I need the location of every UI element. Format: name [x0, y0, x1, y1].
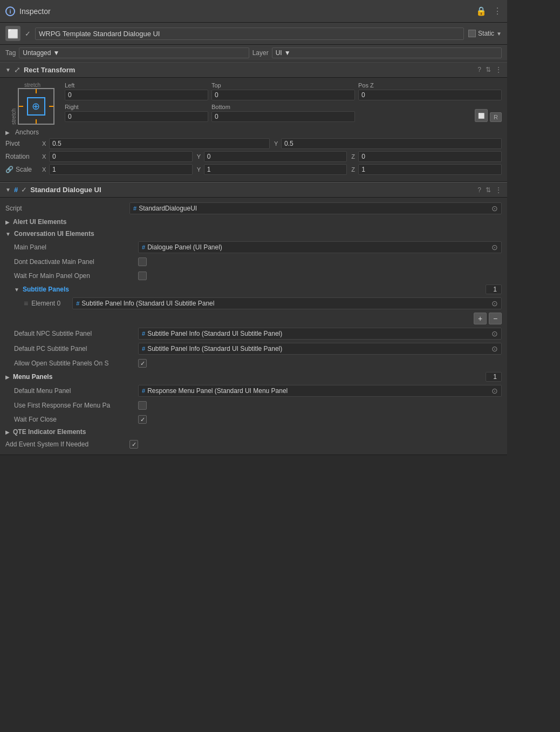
dont-deactivate-row: Dont Deactivate Main Panel — [5, 255, 502, 269]
default-menu-row: Default Menu Panel # Response Menu Panel… — [5, 383, 502, 398]
allow-open-row: Allow Open Subtitle Panels On S ✓ — [5, 356, 502, 370]
rect-transform-title: Rect Transform — [24, 66, 474, 74]
script-value: # StandardDialogueUI ⊙ — [129, 202, 502, 214]
remove-button[interactable]: − — [489, 313, 502, 324]
alert-elements-row[interactable]: ▶ Alert UI Elements — [5, 216, 502, 228]
tag-dropdown[interactable]: Untagged ▼ — [19, 48, 249, 58]
wait-for-close-value: ✓ — [138, 415, 502, 424]
inspector-header: i Inspector 🔒 ⋮ — [0, 0, 507, 23]
dialogue-active-check[interactable]: ✓ — [21, 186, 27, 194]
anchors-arrow[interactable]: ▶ — [5, 130, 10, 135]
object-name-input[interactable] — [35, 28, 464, 40]
left-input[interactable] — [65, 90, 208, 100]
rect-buttons: ⬜ R — [358, 104, 502, 122]
qte-section[interactable]: ▶ QTE Indicator Elements — [5, 426, 502, 437]
conversation-arrow[interactable]: ▼ — [5, 231, 11, 237]
default-npc-row: Default NPC Subtitle Panel # Subtitle Pa… — [5, 326, 502, 341]
dont-deactivate-checkbox[interactable] — [138, 257, 147, 266]
rotation-fields: X Y Z — [42, 151, 502, 162]
conversation-elements-row[interactable]: ▼ Conversation UI Elements — [5, 228, 502, 240]
dialogue-section-actions: ? ⇅ ⋮ — [477, 186, 502, 194]
add-button[interactable]: + — [474, 313, 487, 324]
pivot-fields: X Y — [42, 138, 502, 149]
subtitle-count: 1 — [486, 284, 502, 294]
tag-arrow: ▼ — [53, 49, 59, 57]
cube-icon: ⬜ — [5, 26, 21, 41]
posz-input[interactable] — [358, 90, 502, 100]
main-panel-field: # Dialogue Panel (UI Panel) ⊙ — [138, 241, 502, 253]
rect-more-icon[interactable]: ⋮ — [495, 66, 502, 73]
script-label: Script — [5, 205, 129, 212]
pivot-x-input[interactable] — [49, 138, 270, 149]
rect-diagram: stretch stretch ⊕ — [5, 82, 59, 125]
scale-link-icon: 🔗 — [5, 166, 13, 173]
default-npc-value: # Subtitle Panel Info (Standard UI Subti… — [138, 328, 502, 340]
info-icon: i — [5, 6, 15, 16]
default-menu-target[interactable]: ⊙ — [491, 387, 498, 395]
default-pc-target[interactable]: ⊙ — [491, 344, 498, 353]
rot-z-input[interactable] — [358, 151, 502, 162]
object-active-checkbox[interactable]: ✓ — [25, 30, 31, 38]
dont-deactivate-value — [138, 257, 502, 266]
use-first-response-label: Use First Response For Menu Pa — [14, 402, 138, 409]
drag-handle[interactable]: ≡ — [24, 299, 28, 308]
default-npc-target[interactable]: ⊙ — [491, 329, 498, 338]
right-input[interactable] — [65, 111, 208, 122]
top-input[interactable] — [211, 90, 355, 100]
layer-arrow: ▼ — [284, 49, 291, 57]
static-dropdown-arrow[interactable]: ▼ — [496, 31, 502, 37]
menu-collapse[interactable]: ▶ — [5, 374, 10, 380]
dialogue-more-icon[interactable]: ⋮ — [495, 186, 502, 194]
script-target-icon[interactable]: ⊙ — [491, 204, 498, 213]
rot-y-input[interactable] — [204, 151, 347, 162]
rect-collapse-arrow[interactable]: ▼ — [5, 67, 11, 73]
more-icon[interactable]: ⋮ — [493, 6, 502, 16]
dialogue-help-icon[interactable]: ? — [477, 186, 481, 194]
scale-x-input[interactable] — [49, 164, 193, 175]
rect-transform-header: ▼ ⤢ Rect Transform ? ⇅ ⋮ — [0, 62, 507, 78]
qte-arrow[interactable]: ▶ — [5, 429, 10, 435]
subtitle-collapse[interactable]: ▼ — [14, 287, 19, 293]
lock-icon[interactable]: 🔒 — [476, 6, 487, 16]
pivot-y-input[interactable] — [281, 138, 502, 149]
rect-section-actions: ? ⇅ ⋮ — [477, 66, 502, 73]
layer-dropdown[interactable]: UI ▼ — [272, 48, 502, 58]
bottom-input[interactable] — [211, 111, 355, 122]
wait-main-panel-value — [138, 272, 502, 280]
menu-panels-header[interactable]: ▶ Menu Panels 1 — [5, 370, 502, 383]
static-checkbox[interactable] — [468, 30, 476, 37]
add-event-checkbox[interactable]: ✓ — [129, 440, 138, 449]
dialogue-collapse-arrow[interactable]: ▼ — [5, 187, 11, 193]
element-0-text: Subtitle Panel Info (Standard UI Subtitl… — [81, 300, 489, 307]
tag-layer-row: Tag Untagged ▼ Layer UI ▼ — [0, 45, 507, 62]
default-menu-text: Response Menu Panel (Standard UI Menu Pa… — [147, 387, 489, 395]
default-menu-value: # Response Menu Panel (Standard UI Menu … — [138, 385, 502, 397]
bottom-field: Bottom — [211, 104, 355, 122]
main-panel-target[interactable]: ⊙ — [491, 243, 498, 252]
rect-settings-icon[interactable]: ⇅ — [486, 66, 491, 73]
script-row: Script # StandardDialogueUI ⊙ — [5, 201, 502, 216]
use-first-response-checkbox[interactable] — [138, 401, 147, 410]
scale-z-input[interactable] — [358, 164, 502, 175]
rect-r-btn[interactable]: R — [490, 112, 502, 122]
wait-main-panel-checkbox[interactable] — [138, 272, 147, 280]
stretch-box[interactable]: ⊕ — [18, 88, 54, 125]
dialogue-settings-icon[interactable]: ⇅ — [486, 186, 491, 194]
layer-value: UI — [276, 49, 282, 57]
alert-arrow[interactable]: ▶ — [5, 219, 10, 225]
wait-for-close-checkbox[interactable]: ✓ — [138, 415, 147, 424]
rect-square-btn[interactable]: ⬜ — [475, 109, 488, 122]
rotation-row: Rotation X Y Z — [5, 151, 502, 162]
static-row: Static ▼ — [468, 30, 502, 37]
allow-open-checkbox[interactable]: ✓ — [138, 359, 147, 368]
add-event-label: Add Event System If Needed — [5, 440, 129, 448]
rot-x-input[interactable] — [49, 151, 193, 162]
element-0-target[interactable]: ⊙ — [491, 299, 498, 308]
scale-y-input[interactable] — [204, 164, 347, 175]
pivot-y-field: Y — [274, 138, 502, 149]
add-remove-row: + − — [5, 311, 502, 326]
alert-label: Alert UI Elements — [13, 218, 66, 226]
pivot-x-field: X — [42, 138, 270, 149]
rect-help-icon[interactable]: ? — [477, 66, 481, 73]
script-field: # StandardDialogueUI ⊙ — [129, 202, 502, 214]
